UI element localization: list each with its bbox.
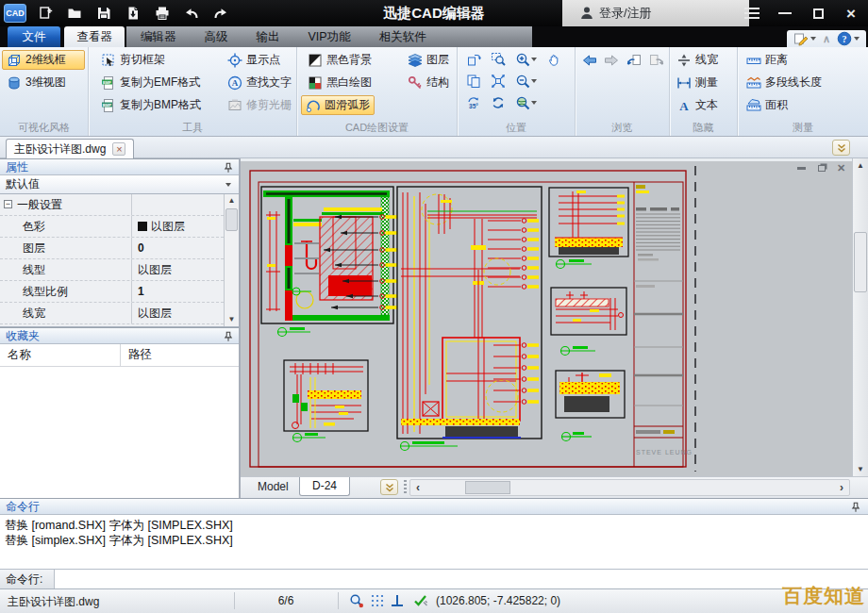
rotate-view-button[interactable] <box>463 50 484 69</box>
line-width-button[interactable]: 线宽 <box>672 50 723 70</box>
trim-raster-button[interactable]: 修剪光栅 <box>223 95 296 115</box>
show-point-button[interactable]: 显示点 <box>223 50 285 70</box>
copy-bmp-button[interactable]: 复制为BMP格式 <box>96 95 206 115</box>
zoom-previous-button[interactable] <box>488 93 509 112</box>
text-toggle-button[interactable]: 文本 <box>672 95 723 115</box>
edit-check-icon[interactable] <box>413 593 428 608</box>
preset-dropdown[interactable]: 默认值 <box>0 175 239 194</box>
tab-vip[interactable]: VIP功能 <box>294 26 365 47</box>
view-3d-button[interactable]: 3维视图 <box>2 73 85 92</box>
menu-button[interactable] <box>743 4 761 23</box>
column-path[interactable]: 路径 <box>121 344 239 366</box>
tab-viewer[interactable]: 查看器 <box>64 26 125 47</box>
scroll-up-icon[interactable]: ▲ <box>225 194 239 207</box>
property-grid-scrollbar[interactable]: ▲ ▼ <box>224 194 239 326</box>
property-row-linetype-scale[interactable]: 线型比例 1 <box>0 281 224 303</box>
undo-button[interactable] <box>182 4 201 23</box>
property-row-linetype[interactable]: 线型 以图层 <box>0 259 224 281</box>
property-row-layer[interactable]: 图层 0 <box>0 238 224 259</box>
zoom-object-button[interactable] <box>512 93 539 112</box>
redo-button[interactable] <box>211 4 230 23</box>
wireframe-2d-button[interactable]: 2维线框 <box>2 50 85 70</box>
find-text-button[interactable]: 查找文字 <box>223 73 296 92</box>
tab-list-button[interactable] <box>832 140 850 156</box>
tab-editor[interactable]: 编辑器 <box>126 26 191 47</box>
area-button[interactable]: 面积 <box>742 95 793 115</box>
tab-model[interactable]: Model <box>250 477 296 498</box>
tab-file[interactable]: 文件 <box>8 26 60 47</box>
zoom-extents-button[interactable] <box>488 72 509 91</box>
favorites-list[interactable] <box>0 367 239 498</box>
mdi-restore-icon[interactable] <box>814 162 828 174</box>
mdi-minimize-icon[interactable] <box>794 162 809 174</box>
command-input[interactable] <box>55 570 868 588</box>
snap-icon[interactable] <box>349 593 364 608</box>
back-button[interactable] <box>579 51 600 70</box>
scroll-right-icon[interactable]: › <box>834 480 849 495</box>
command-panel-header[interactable]: 命令行 <box>0 498 868 515</box>
copy-view-button[interactable] <box>463 72 484 91</box>
structure-button[interactable]: 结构 <box>403 73 454 92</box>
quick-edit-button[interactable] <box>793 31 816 46</box>
layers-button[interactable]: 图层 <box>403 50 454 70</box>
tab-advanced[interactable]: 高级 <box>191 26 242 47</box>
cad-drawing[interactable]: STEVE LEUNG <box>241 158 852 476</box>
collapse-icon[interactable]: − <box>4 200 12 208</box>
splitter-handle[interactable] <box>404 480 407 495</box>
scrollbar-thumb[interactable] <box>225 208 238 231</box>
view-back-button[interactable] <box>624 51 644 70</box>
polyline-length-button[interactable]: 多段线长度 <box>742 73 826 92</box>
layout-list-button[interactable] <box>380 479 398 495</box>
properties-panel-header[interactable]: 属性 <box>0 158 239 175</box>
login-button[interactable]: 登录/注册 <box>562 0 749 26</box>
new-file-button[interactable] <box>36 4 55 23</box>
tab-d24[interactable]: D-24 <box>299 477 350 496</box>
print-button[interactable] <box>153 4 172 23</box>
pin-icon[interactable] <box>222 161 235 174</box>
property-row-color[interactable]: 色彩 以图层 <box>0 216 224 238</box>
rotate-35-button[interactable] <box>463 93 484 112</box>
zoom-out-button[interactable] <box>512 72 539 91</box>
save-button[interactable] <box>94 4 113 23</box>
open-file-button[interactable] <box>65 4 84 23</box>
tab-output[interactable]: 输出 <box>242 26 294 47</box>
bw-drawing-button[interactable]: 黑白绘图 <box>303 73 376 92</box>
pin-icon[interactable] <box>222 330 235 343</box>
black-background-button[interactable]: 黑色背景 <box>303 50 376 70</box>
zoom-in-button[interactable] <box>512 50 539 69</box>
scroll-down-icon[interactable]: ▼ <box>225 313 239 326</box>
forward-button[interactable] <box>601 51 622 70</box>
minimize-button[interactable] <box>776 4 794 23</box>
column-name[interactable]: 名称 <box>0 344 121 366</box>
close-button[interactable]: × <box>842 4 860 23</box>
clip-frame-button[interactable]: 剪切框架 <box>96 50 170 70</box>
view-forward-button[interactable] <box>646 51 667 70</box>
close-document-icon[interactable]: × <box>112 142 125 156</box>
scrollbar-thumb[interactable] <box>465 481 510 494</box>
export-pdf-button[interactable] <box>124 4 142 23</box>
copy-emf-button[interactable]: 复制为EMF格式 <box>96 73 205 92</box>
scroll-left-icon[interactable]: ‹ <box>410 480 426 495</box>
scroll-down-icon[interactable]: ▼ <box>853 462 868 476</box>
scroll-up-icon[interactable]: ▲ <box>853 158 868 173</box>
scrollbar-thumb[interactable] <box>854 232 867 292</box>
maximize-button[interactable] <box>809 4 827 23</box>
grid-icon[interactable] <box>370 593 385 608</box>
zoom-window-button[interactable] <box>488 50 509 69</box>
property-group-row[interactable]: −一般设置 <box>0 194 224 216</box>
collapse-ribbon-button[interactable]: ∧ <box>823 34 830 43</box>
mdi-close-icon[interactable]: ✕ <box>834 162 848 174</box>
horizontal-scrollbar[interactable]: ‹ › <box>409 479 850 496</box>
smooth-arc-button[interactable]: 圆滑弧形 <box>301 95 375 115</box>
pin-icon[interactable] <box>849 501 862 514</box>
tab-related[interactable]: 相关软件 <box>365 26 441 47</box>
help-button[interactable] <box>837 31 860 46</box>
property-row-lineweight[interactable]: 线宽 以图层 <box>0 303 224 324</box>
vertical-scrollbar[interactable]: ▲ ▼ <box>852 158 868 476</box>
document-tab[interactable]: 主卧设计详图.dwg × <box>6 139 134 158</box>
favorites-panel-header[interactable]: 收藏夹 <box>0 327 239 344</box>
ortho-icon[interactable] <box>390 593 405 608</box>
measure-toggle-button[interactable]: 测量 <box>672 73 723 92</box>
pan-button[interactable] <box>544 50 565 69</box>
distance-button[interactable]: 距离 <box>742 50 793 70</box>
